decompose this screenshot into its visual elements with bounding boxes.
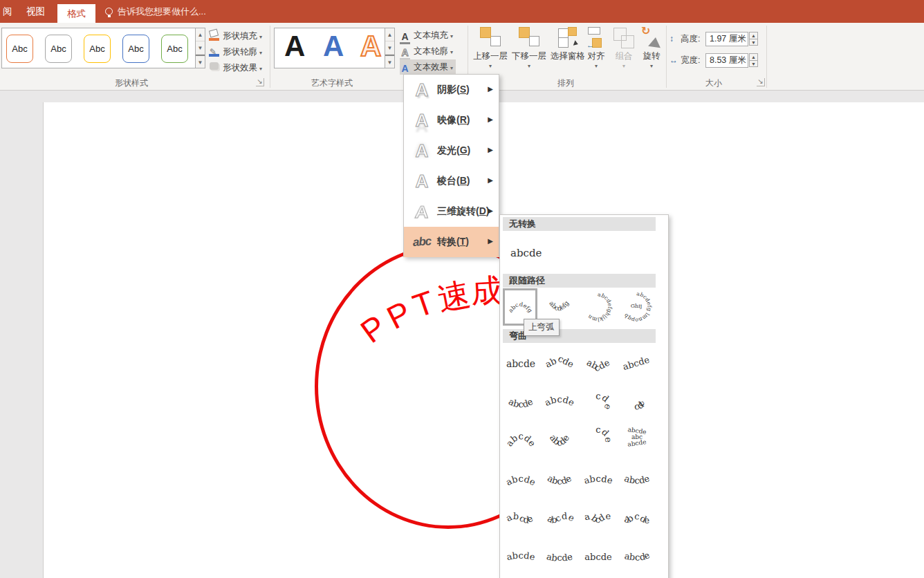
shape-style-swatch[interactable]: Abc bbox=[45, 35, 72, 63]
shape-outline-label: 形状轮廓 bbox=[223, 47, 257, 57]
svg-text:abcde: abcde bbox=[582, 474, 613, 486]
chevron-down-icon: ▾ bbox=[510, 63, 548, 69]
tab-review-partial[interactable]: 阅 bbox=[0, 0, 15, 23]
warp-option-ring-outside[interactable]: abcde bbox=[619, 384, 655, 420]
warp-option-arch-up-strong[interactable]: abcde bbox=[503, 422, 539, 458]
warp-option-can-up[interactable]: abcde bbox=[580, 461, 616, 497]
spin-down-icon[interactable]: ▼ bbox=[749, 39, 758, 46]
height-input[interactable]: 1.97 厘米 bbox=[705, 32, 748, 46]
gallery-more-icon[interactable]: ▼ bbox=[196, 55, 205, 68]
gallery-more-icon[interactable]: ▼ bbox=[385, 55, 394, 68]
transform-effect-icon: abc bbox=[410, 234, 433, 250]
svg-text:abcde: abcde bbox=[504, 511, 535, 525]
spin-up-icon[interactable]: ▲ bbox=[749, 53, 758, 60]
send-backward-button[interactable]: 下移一层 ▾ bbox=[510, 26, 548, 85]
group-icon bbox=[613, 27, 634, 49]
text-outline-button[interactable]: A文本轮廓▾ bbox=[400, 44, 453, 59]
warp-thumbnail: abcde bbox=[580, 345, 616, 381]
section-header-no-transform: 无转换 bbox=[503, 217, 656, 231]
menu-item-shadow[interactable]: A 阴影(S) ▶ bbox=[404, 75, 499, 105]
tab-format[interactable]: 格式 bbox=[57, 4, 95, 23]
menu-item-label: 阴影(S) bbox=[437, 84, 470, 96]
spin-down-icon[interactable]: ▼ bbox=[749, 60, 758, 67]
shape-style-swatch[interactable]: Abc bbox=[6, 35, 33, 63]
warp-option-arch-down-strong[interactable]: abcde bbox=[542, 422, 578, 458]
shape-fill-button[interactable]: 形状填充▾ bbox=[209, 28, 262, 43]
warp-option-inflate[interactable]: abcde bbox=[503, 539, 539, 575]
warp-option-wave-1[interactable]: abcde bbox=[503, 500, 539, 536]
gallery-scroll-up-icon[interactable]: ▲ bbox=[196, 28, 205, 41]
svg-text:abcde: abcde bbox=[544, 353, 575, 370]
text-effects-button[interactable]: A文本效果▾ bbox=[400, 59, 456, 75]
warp-option-wave-2[interactable]: abcde bbox=[542, 500, 578, 536]
warp-option-double-wave-2[interactable]: abcde bbox=[619, 500, 655, 536]
svg-text:abcde: abcde bbox=[623, 473, 651, 485]
menu-item-3d-rotation[interactable]: A 三维旋转(D) ▶ bbox=[404, 196, 499, 227]
height-spinner[interactable]: ▲▼ bbox=[749, 32, 758, 46]
svg-text:abcde: abcde bbox=[543, 394, 576, 408]
align-button[interactable]: ← 对齐 ▾ bbox=[582, 26, 610, 85]
warp-thumbnail: abcde bbox=[542, 384, 578, 420]
menu-item-reflection[interactable]: A 映像(R) ▶ bbox=[404, 105, 499, 136]
wordart-style-option[interactable]: A bbox=[360, 30, 381, 63]
shape-style-swatch[interactable]: Abc bbox=[84, 35, 111, 63]
text-outline-icon: A bbox=[400, 47, 410, 60]
tab-view[interactable]: 视图 bbox=[17, 0, 55, 23]
menu-item-bevel[interactable]: A 棱台(B) ▶ bbox=[404, 166, 499, 196]
warp-option-deflate[interactable]: abcde bbox=[542, 539, 578, 575]
warp-option-circle-pour[interactable]: abcde abc abcde bbox=[619, 422, 655, 458]
text-fill-label: 文本填充 bbox=[414, 30, 448, 40]
warp-option-triangle-down[interactable]: abcde bbox=[580, 345, 616, 381]
menu-item-label: 棱台(B) bbox=[437, 175, 470, 187]
selection-pane-button[interactable]: 选择窗格 bbox=[548, 26, 587, 85]
gallery-scroll-down-icon[interactable]: ▼ bbox=[196, 41, 205, 55]
warp-option-deflate-bottom[interactable]: abcde bbox=[619, 539, 655, 575]
warp-option-can-down[interactable]: abcde bbox=[619, 461, 655, 497]
warp-option-ring-inside[interactable]: abcde bbox=[580, 384, 616, 420]
text-effects-menu: A 阴影(S) ▶ A 映像(R) ▶ A 发光(G) ▶ A 棱台(B) ▶ … bbox=[403, 74, 499, 257]
warp-option-inflate-bottom[interactable]: abcde bbox=[580, 539, 616, 575]
width-spinner[interactable]: ▲▼ bbox=[749, 53, 758, 68]
warp-option-chevron-up[interactable]: abcde bbox=[503, 384, 539, 420]
shape-gallery-scroll: ▲ ▼ ▼ bbox=[196, 28, 205, 68]
menu-item-transform[interactable]: abc 转换(T) ▶ bbox=[404, 227, 499, 257]
warp-option-square[interactable]: abcde bbox=[503, 345, 539, 381]
warp-option-triangle-up[interactable]: abcde bbox=[542, 345, 578, 381]
width-input[interactable]: 8.53 厘米 bbox=[705, 53, 748, 68]
svg-text:abcde: abcde bbox=[504, 474, 537, 488]
shape-style-swatch[interactable]: Abc bbox=[161, 35, 188, 63]
shape-outline-button[interactable]: ✎形状轮廓▾ bbox=[209, 44, 262, 59]
chevron-down-icon: ▾ bbox=[450, 49, 453, 55]
warp-option-double-wave-1[interactable]: abcde bbox=[580, 500, 616, 536]
wordart-style-option[interactable]: A bbox=[323, 30, 344, 63]
shape-effects-button[interactable]: 形状效果▾ bbox=[209, 59, 262, 75]
warp-option-slant-up[interactable]: abcde bbox=[619, 345, 655, 381]
group-button[interactable]: 组合 ▾ bbox=[610, 26, 638, 85]
path-option-button[interactable]: abcdefg lmnopqb Ghij bbox=[619, 288, 654, 326]
tell-me-box[interactable]: 告诉我您想要做什么... bbox=[105, 0, 206, 23]
bring-forward-icon bbox=[479, 27, 502, 49]
send-backward-icon bbox=[517, 27, 541, 49]
spin-up-icon[interactable]: ▲ bbox=[749, 32, 758, 39]
text-fill-button[interactable]: A文本填充▾ bbox=[400, 28, 453, 43]
svg-text:abcde: abcde bbox=[506, 358, 535, 369]
no-transform-option[interactable]: abcde bbox=[504, 236, 652, 270]
warp-option-curve-down[interactable]: abcde bbox=[542, 461, 578, 497]
text-outline-label: 文本轮廓 bbox=[414, 46, 448, 56]
wordart-style-option[interactable]: A bbox=[284, 30, 305, 63]
menu-item-label: 映像(R) bbox=[437, 114, 470, 127]
shape-styles-dialog-launcher[interactable]: ↘ bbox=[256, 78, 264, 86]
submenu-arrow-icon: ▶ bbox=[488, 85, 493, 93]
shape-style-swatch[interactable]: Abc bbox=[122, 35, 149, 63]
warp-thumbnail: abcde bbox=[619, 384, 655, 420]
group-label-size: 大小 bbox=[672, 77, 755, 89]
warp-option-chevron-down[interactable]: abcde bbox=[542, 384, 578, 420]
size-dialog-launcher[interactable]: ↘ bbox=[757, 78, 765, 86]
path-option-circle[interactable]: abcdefghijklmn bbox=[580, 288, 615, 326]
rotate-button[interactable]: ↻ 旋转 ▾ bbox=[638, 26, 665, 85]
warp-option-button-small[interactable]: abcde bbox=[580, 422, 616, 458]
gallery-scroll-up-icon[interactable]: ▲ bbox=[385, 28, 394, 41]
gallery-scroll-down-icon[interactable]: ▼ bbox=[385, 41, 394, 55]
menu-item-glow[interactable]: A 发光(G) ▶ bbox=[404, 136, 499, 166]
warp-option-curve-up[interactable]: abcde bbox=[503, 461, 539, 497]
